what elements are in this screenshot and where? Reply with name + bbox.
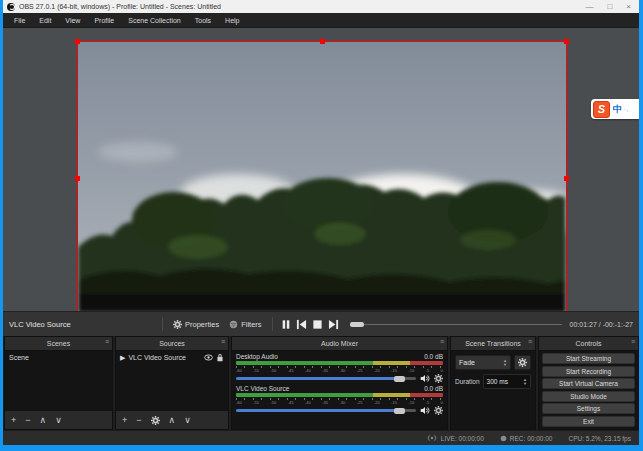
add-source-button[interactable]: + bbox=[122, 416, 127, 425]
panel-menu-icon[interactable]: ≡ bbox=[105, 338, 109, 345]
ime-language-indicator[interactable]: 中 bbox=[613, 103, 622, 116]
menu-bar: FileEditViewProfileScene CollectionTools… bbox=[3, 13, 639, 28]
menu-item[interactable]: File bbox=[7, 17, 32, 24]
transition-select[interactable]: Fade ▲▼ bbox=[455, 355, 511, 370]
controls-body: Start StreamingStart RecordingStart Virt… bbox=[539, 351, 638, 429]
control-button[interactable]: Start Virtual Camera bbox=[542, 378, 635, 389]
seek-track[interactable] bbox=[364, 324, 562, 325]
scene-transitions-body: Fade ▲▼ Duration bbox=[451, 351, 535, 429]
sogou-logo-icon[interactable]: S bbox=[593, 101, 610, 118]
menu-item[interactable]: Help bbox=[218, 17, 246, 24]
sources-list[interactable]: ▶ VLC Video Source bbox=[116, 351, 228, 410]
scenes-header[interactable]: Scenes ≡ bbox=[5, 337, 112, 351]
rec-status: REC: 00:00:00 bbox=[500, 435, 553, 442]
mixer-channel: Desktop Audio 0.0 dB -60-55-50-45-40-35-… bbox=[232, 351, 447, 383]
performance-stats: CPU: 5.2%, 23.15 fps bbox=[568, 435, 631, 442]
spinbox-arrows-icon[interactable]: ▲▼ bbox=[523, 378, 527, 385]
video-source-preview[interactable] bbox=[77, 41, 567, 311]
scene-transitions-panel: Scene Transitions ≡ Fade ▲▼ bbox=[450, 336, 536, 430]
separator bbox=[162, 317, 163, 331]
volume-meter bbox=[236, 361, 443, 365]
scene-list-item[interactable]: Scene bbox=[5, 351, 112, 364]
resize-handle[interactable] bbox=[75, 176, 80, 181]
speaker-icon[interactable] bbox=[420, 406, 430, 415]
status-bar: LIVE: 00:00:00 REC: 00:00:00 CPU: 5.2%, … bbox=[3, 430, 639, 445]
ime-toolbar[interactable]: S 中 ·, bbox=[591, 99, 639, 119]
mixer-channel: VLC Video Source 0.0 dB -60-55-50-45-40-… bbox=[232, 383, 447, 415]
gear-icon bbox=[518, 358, 527, 367]
filters-button[interactable]: Filters bbox=[224, 320, 266, 329]
move-source-down-button[interactable]: ∨ bbox=[184, 416, 191, 425]
menu-item[interactable]: Scene Collection bbox=[121, 17, 188, 24]
ime-extra-icons: ·, bbox=[624, 106, 630, 112]
scenes-list[interactable]: Scene bbox=[5, 351, 112, 410]
seek-handle[interactable] bbox=[350, 322, 364, 327]
stop-button[interactable] bbox=[310, 316, 326, 332]
volume-slider-handle[interactable] bbox=[394, 408, 405, 414]
add-scene-button[interactable]: + bbox=[11, 416, 16, 425]
close-button[interactable]: × bbox=[626, 3, 631, 11]
control-button[interactable]: Exit bbox=[542, 416, 635, 427]
channel-settings-gear-icon[interactable] bbox=[434, 374, 443, 383]
source-name: VLC Video Source bbox=[128, 354, 185, 361]
panel-menu-icon[interactable]: ≡ bbox=[440, 338, 444, 345]
scenes-panel: Scenes ≡ Scene + − ∧ ∨ bbox=[4, 336, 113, 430]
dock-area: Scenes ≡ Scene + − ∧ ∨ Sources ≡ ▶ bbox=[3, 336, 639, 430]
desktop: { "window": { "title": "OBS 27.0.1 (64-b… bbox=[0, 0, 643, 451]
speaker-icon[interactable] bbox=[420, 374, 430, 383]
duration-label: Duration bbox=[455, 378, 480, 385]
audio-mixer-header[interactable]: Audio Mixer ≡ bbox=[232, 337, 447, 351]
channel-settings-gear-icon[interactable] bbox=[434, 406, 443, 415]
resize-handle[interactable] bbox=[564, 176, 569, 181]
panel-menu-icon[interactable]: ≡ bbox=[221, 338, 225, 345]
visibility-eye-icon[interactable] bbox=[204, 354, 213, 361]
menu-item[interactable]: Tools bbox=[188, 17, 218, 24]
audio-mixer-panel: Audio Mixer ≡ Desktop Audio 0.0 dB bbox=[231, 336, 448, 430]
control-button[interactable]: Start Streaming bbox=[542, 353, 635, 364]
volume-slider[interactable] bbox=[236, 409, 416, 412]
controls-panel: Controls ≡ Start StreamingStart Recordin… bbox=[538, 336, 639, 430]
resize-handle[interactable] bbox=[564, 39, 569, 44]
titlebar: OBS 27.0.1 (64-bit, windows) - Profile: … bbox=[3, 0, 639, 13]
maximize-button[interactable]: □ bbox=[607, 3, 612, 11]
remove-scene-button[interactable]: − bbox=[25, 416, 30, 425]
menu-item[interactable]: View bbox=[58, 17, 87, 24]
control-button[interactable]: Studio Mode bbox=[542, 391, 635, 402]
volume-slider-handle[interactable] bbox=[394, 376, 405, 382]
pause-button[interactable] bbox=[278, 316, 294, 332]
properties-button[interactable]: Properties bbox=[168, 320, 224, 329]
restart-button[interactable] bbox=[294, 316, 310, 332]
video-frame bbox=[78, 42, 566, 311]
controls-header[interactable]: Controls ≡ bbox=[539, 337, 638, 351]
media-seek-slider[interactable] bbox=[350, 322, 562, 327]
move-scene-up-button[interactable]: ∧ bbox=[40, 416, 47, 425]
record-dot-icon bbox=[500, 435, 507, 442]
move-source-up-button[interactable]: ∧ bbox=[169, 416, 176, 425]
duration-spinbox[interactable]: 300 ms ▲▼ bbox=[483, 374, 531, 389]
panel-menu-icon[interactable]: ≡ bbox=[528, 338, 532, 345]
lock-icon[interactable] bbox=[216, 353, 224, 362]
panel-menu-icon[interactable]: ≡ bbox=[631, 338, 635, 345]
preview-canvas[interactable]: S 中 ·, bbox=[3, 28, 639, 311]
scene-transitions-header[interactable]: Scene Transitions ≡ bbox=[451, 337, 535, 351]
selected-source-name: VLC Video Source bbox=[9, 320, 157, 329]
remove-source-button[interactable]: − bbox=[136, 416, 141, 425]
transition-properties-button[interactable] bbox=[514, 355, 531, 370]
volume-slider[interactable] bbox=[236, 377, 416, 380]
control-button[interactable]: Settings bbox=[542, 403, 635, 414]
source-properties-gear-icon[interactable] bbox=[151, 416, 160, 425]
menu-item[interactable]: Edit bbox=[32, 17, 58, 24]
control-button[interactable]: Start Recording bbox=[542, 366, 635, 377]
menu-item[interactable]: Profile bbox=[87, 17, 121, 24]
move-scene-down-button[interactable]: ∨ bbox=[55, 416, 62, 425]
sources-header[interactable]: Sources ≡ bbox=[116, 337, 228, 351]
next-button[interactable] bbox=[326, 316, 342, 332]
channel-name: Desktop Audio bbox=[236, 353, 278, 360]
broadcast-icon bbox=[426, 434, 438, 442]
meter-tick-labels: -60-55-50-45-40-35-30-25-20-15-10-50 bbox=[236, 368, 443, 373]
media-timestamp: 00:01:27 / -00:-1:-27 bbox=[570, 321, 633, 328]
resize-handle[interactable] bbox=[320, 39, 325, 44]
source-list-item[interactable]: ▶ VLC Video Source bbox=[116, 351, 228, 364]
resize-handle[interactable] bbox=[75, 39, 80, 44]
minimize-button[interactable]: — bbox=[585, 3, 593, 11]
